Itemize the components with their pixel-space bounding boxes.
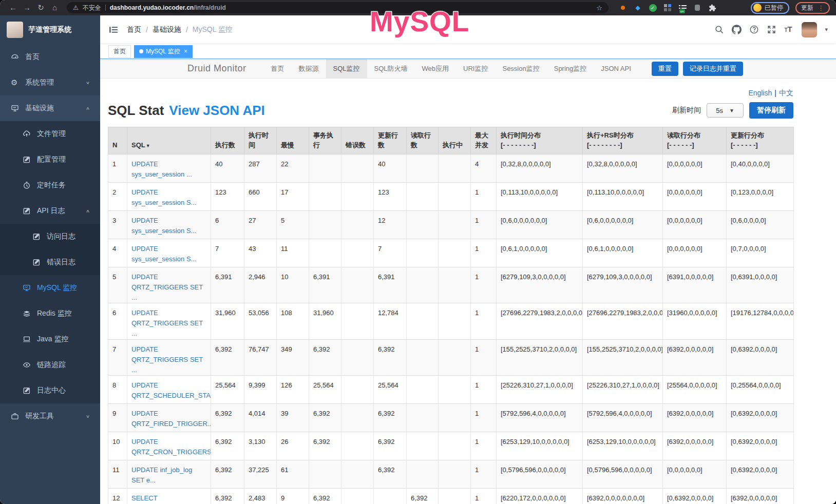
column-header-最慢[interactable]: 最慢 <box>277 127 309 154</box>
sql-link[interactable]: UPDATE QRTZ_TRIGGERS SET ... <box>131 273 203 301</box>
cell: [5792,596,4,0,0,0,0,0] <box>583 403 663 432</box>
breadcrumb-item[interactable]: 基础设施 <box>153 25 181 34</box>
user-avatar[interactable] <box>802 22 817 37</box>
druid-nav-JSON API[interactable]: JSON API <box>594 59 638 79</box>
column-header-执行数[interactable]: 执行数 <box>211 127 244 154</box>
sort-desc-icon[interactable]: ▼ <box>146 143 150 148</box>
cell <box>407 239 439 267</box>
column-header-事务执行[interactable]: 事务执行 <box>309 127 341 154</box>
sql-stat-table: NSQL▼执行数执行时间最慢事务执行错误数更新行数读取行数执行中最大并发执行时间… <box>108 127 794 504</box>
druid-nav-SQL监控[interactable]: SQL监控 <box>326 59 367 79</box>
sidebar-item-7[interactable]: API 日志∧ <box>0 198 100 224</box>
druid-nav-URI监控[interactable]: URI监控 <box>456 59 495 79</box>
hamburger-icon[interactable] <box>108 25 119 35</box>
druid-nav-Spring监控[interactable]: Spring监控 <box>547 59 594 79</box>
column-header-读取行分布[interactable]: 读取行分布[- - - - - -] <box>663 127 727 154</box>
view-json-api-link[interactable]: View JSON API <box>169 103 264 119</box>
column-header-N[interactable]: N <box>108 127 127 154</box>
fullscreen-icon[interactable] <box>767 25 776 34</box>
address-bar[interactable]: ⚠ 不安全 dashboard.yudao.iocoder.cn/infra/d… <box>67 2 609 13</box>
lang-english-link[interactable]: English <box>748 89 772 97</box>
list-on-icon[interactable]: on <box>678 4 687 12</box>
sql-link[interactable]: UPDATE sys_user_session S... <box>131 188 196 206</box>
reload-icon[interactable]: ↻ <box>34 0 48 15</box>
tab-MySQL 监控[interactable]: MySQL 监控× <box>134 45 193 58</box>
sidebar-item-2[interactable]: ⚙系统管理∨ <box>0 70 100 95</box>
sidebar-item-10[interactable]: MySQL 监控 <box>0 275 100 301</box>
sidebar-item-8[interactable]: 访问日志 <box>0 224 100 249</box>
sql-link[interactable]: UPDATE sys_user_session S... <box>131 217 196 235</box>
back-icon[interactable]: ← <box>6 0 20 15</box>
log-and-reset-button[interactable]: 记录日志并重置 <box>683 62 743 76</box>
sql-link[interactable]: UPDATE inf_job_log SET e... <box>131 466 192 484</box>
sql-link[interactable]: UPDATE sys_user_session S... <box>131 245 196 263</box>
url-text[interactable]: dashboard.yudao.iocoder.cn/infra/druid <box>110 4 226 11</box>
refresh-interval-select[interactable]: 5s ▼ <box>707 103 744 118</box>
tab-首页[interactable]: 首页 <box>108 45 131 58</box>
sidebar-item-15[interactable]: 研发工具∨ <box>0 403 100 429</box>
sidebar-item-11[interactable]: Redis 监控 <box>0 301 100 326</box>
chevron-down-icon[interactable]: ▾ <box>825 26 828 33</box>
sql-link[interactable]: UPDATE QRTZ_TRIGGERS SET ... <box>131 309 203 337</box>
column-header-最大并发[interactable]: 最大并发 <box>471 127 497 154</box>
sidebar-item-13[interactable]: 链路追踪 <box>0 352 100 378</box>
column-header-执行时间[interactable]: 执行时间 <box>244 127 277 154</box>
column-header-执行+RS时分布[interactable]: 执行+RS时分布[- - - - - - - -] <box>583 127 663 154</box>
druid-nav-数据源[interactable]: 数据源 <box>292 59 326 79</box>
sql-link[interactable]: SELECT TRIGGER_STATE <box>131 494 186 504</box>
column-header-读取行数[interactable]: 读取行数 <box>407 127 439 154</box>
column-header-更新行分布[interactable]: 更新行分布[- - - - - -] <box>727 127 794 154</box>
reset-button[interactable]: 重置 <box>652 62 678 76</box>
sql-link[interactable]: UPDATE QRTZ_CRON_TRIGGERS... <box>131 438 211 456</box>
browser-menu-icon[interactable]: ⋮ <box>818 4 824 12</box>
column-header-执行中[interactable]: 执行中 <box>439 127 471 154</box>
sidebar-item-12[interactable]: Java 监控 <box>0 326 100 352</box>
sidebar-item-6[interactable]: 定时任务 <box>0 172 100 198</box>
druid-nav-Web应用[interactable]: Web应用 <box>415 59 457 79</box>
sql-link[interactable]: UPDATE QRTZ_TRIGGERS SET ... <box>131 345 203 374</box>
sql-link[interactable]: UPDATE sys_user_session ... <box>131 160 192 178</box>
cell: 40 <box>374 154 407 182</box>
green-check-icon[interactable]: ✓ <box>649 4 657 12</box>
sidebar-item-4[interactable]: 文件管理 <box>0 121 100 147</box>
profile-chip[interactable]: 已暂停 <box>751 2 789 14</box>
cell: 25,564 <box>374 375 407 403</box>
browser-nav-buttons: ←→↻⌂ <box>6 0 62 15</box>
lang-chinese-link[interactable]: 中文 <box>779 89 793 97</box>
cell: [0,113,10,0,0,0,0,0] <box>497 182 583 210</box>
sidebar-item-1[interactable]: 首页 <box>0 44 100 70</box>
sidebar-item-5[interactable]: 配置管理 <box>0 147 100 172</box>
gray-dot-icon[interactable] <box>693 4 701 12</box>
orange-donut-icon[interactable] <box>619 4 627 12</box>
close-icon[interactable]: × <box>184 48 187 55</box>
sql-link[interactable]: UPDATE QRTZ_FIRED_TRIGGER... <box>131 410 211 428</box>
sidebar-item-3[interactable]: 基础设施∧ <box>0 95 100 121</box>
sidebar-logo[interactable]: 芋道管理系统 <box>0 15 100 44</box>
druid-nav-SQL防火墙[interactable]: SQL防火墙 <box>367 59 415 79</box>
timer-icon <box>23 181 31 189</box>
table-row: 8UPDATE QRTZ_SCHEDULER_STA...25,5649,399… <box>108 375 794 403</box>
druid-nav-首页[interactable]: 首页 <box>264 59 292 79</box>
sidebar-item-9[interactable]: 错误日志 <box>0 249 100 275</box>
breadcrumb-item[interactable]: 首页 <box>127 25 141 34</box>
home-icon[interactable]: ⌂ <box>48 0 62 15</box>
blue-gem-icon[interactable]: ◆ <box>634 4 642 12</box>
help-icon[interactable] <box>749 25 759 34</box>
browser-update-button[interactable]: 更新 ⋮ <box>795 2 830 14</box>
druid-nav-Session监控[interactable]: Session监控 <box>495 59 546 79</box>
bookmark-star-icon[interactable]: ☆ <box>596 4 602 12</box>
sidebar-item-14[interactable]: 日志中心 <box>0 378 100 403</box>
search-icon[interactable] <box>714 25 724 34</box>
pause-refresh-button[interactable]: 暂停刷新 <box>749 102 793 119</box>
column-header-错误数[interactable]: 错误数 <box>341 127 374 154</box>
column-header-SQL[interactable]: SQL▼ <box>127 127 211 154</box>
squares-icon[interactable] <box>663 4 672 12</box>
column-header-执行时间分布[interactable]: 执行时间分布[- - - - - - - -] <box>497 127 583 154</box>
forward-icon[interactable]: → <box>20 0 34 15</box>
column-header-更新行数[interactable]: 更新行数 <box>374 127 407 154</box>
github-icon[interactable] <box>732 25 742 34</box>
puzzle-icon[interactable] <box>708 4 716 12</box>
fontsize-icon[interactable]: TT <box>784 25 794 34</box>
druid-brand[interactable]: Druid Monitor <box>187 63 246 74</box>
sql-link[interactable]: UPDATE QRTZ_SCHEDULER_STA... <box>131 381 211 399</box>
